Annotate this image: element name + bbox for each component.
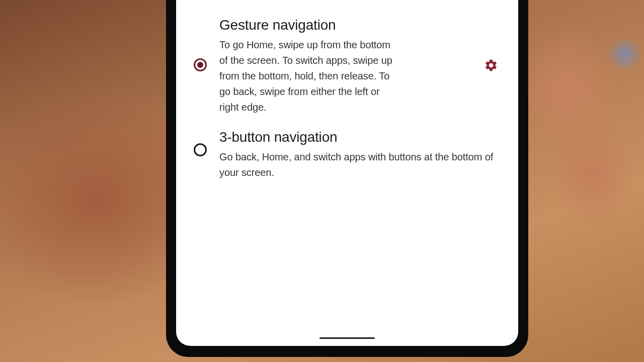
radio-gesture-navigation[interactable] (194, 58, 207, 71)
settings-screen: Gesture navigation To go Home, swipe up … (176, 0, 518, 346)
nav-option-gesture[interactable]: Gesture navigation To go Home, swipe up … (191, 10, 503, 122)
option-description-three-button: Go back, Home, and switch apps with butt… (219, 149, 503, 180)
radio-column (191, 129, 209, 156)
radio-column (191, 17, 209, 71)
option-text-column: 3-button navigation Go back, Home, and s… (219, 129, 503, 180)
option-title-gesture: Gesture navigation (219, 17, 469, 33)
nav-option-three-button[interactable]: 3-button navigation Go back, Home, and s… (191, 122, 503, 188)
gesture-nav-handle[interactable] (319, 337, 375, 339)
gear-icon[interactable] (484, 58, 498, 72)
phone-device: Gesture navigation To go Home, swipe up … (166, 0, 528, 357)
phone-bezel: Gesture navigation To go Home, swipe up … (166, 0, 528, 357)
option-title-three-button: 3-button navigation (219, 129, 503, 145)
settings-column (479, 17, 503, 72)
option-text-column: Gesture navigation To go Home, swipe up … (219, 17, 469, 115)
option-description-gesture: To go Home, swipe up from the bottom of … (219, 37, 400, 115)
radio-three-button-navigation[interactable] (194, 143, 207, 156)
